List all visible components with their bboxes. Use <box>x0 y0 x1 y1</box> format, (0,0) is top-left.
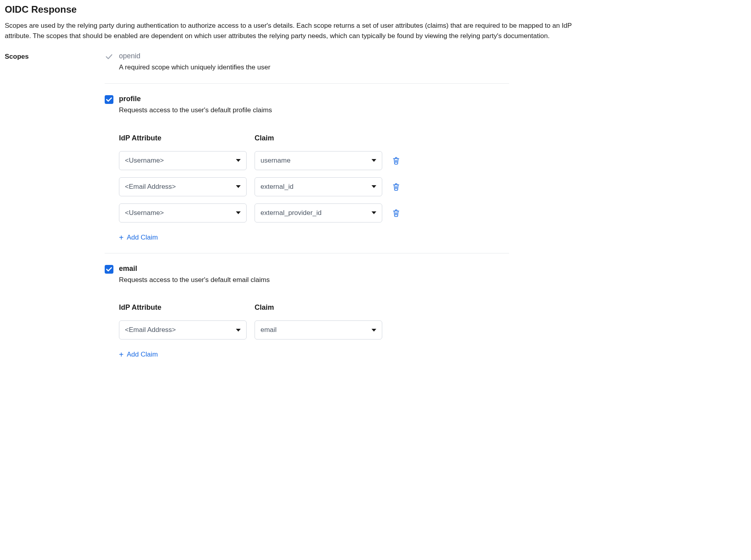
claim-row: <Username> username <box>119 151 509 170</box>
delete-claim-button[interactable] <box>390 180 402 193</box>
scope-profile: profile Requests access to the user's de… <box>105 95 509 253</box>
claim-select[interactable]: email <box>255 320 382 339</box>
add-claim-button[interactable]: + Add Claim <box>119 234 158 242</box>
page-description: Scopes are used by the relying party dur… <box>5 21 592 41</box>
chevron-down-icon <box>372 211 376 214</box>
select-value: username <box>261 157 291 165</box>
check-icon <box>105 52 113 61</box>
scope-email: email Requests access to the user's defa… <box>105 265 509 359</box>
chevron-down-icon <box>372 185 376 188</box>
scope-profile-desc: Requests access to the user's default pr… <box>119 105 509 115</box>
claim-header: Claim <box>255 134 382 142</box>
select-value: <Username> <box>125 157 164 165</box>
add-claim-label: Add Claim <box>127 234 158 242</box>
checkbox-email[interactable] <box>105 265 113 274</box>
claim-select[interactable]: external_provider_id <box>255 203 382 222</box>
scopes-content: openid A required scope which uniquely i… <box>105 52 509 359</box>
claim-row: <Email Address> external_id <box>119 177 509 196</box>
trash-icon <box>393 183 400 191</box>
add-claim-label: Add Claim <box>127 351 158 359</box>
select-value: email <box>261 326 277 334</box>
idp-attribute-select[interactable]: <Email Address> <box>119 320 247 339</box>
claim-select[interactable]: external_id <box>255 177 382 196</box>
email-claims-area: IdP Attribute Claim <Email Address> emai… <box>119 303 509 359</box>
select-value: <Username> <box>125 209 164 217</box>
trash-icon <box>393 209 400 217</box>
idp-attribute-select[interactable]: <Username> <box>119 203 247 222</box>
idp-attribute-select[interactable]: <Username> <box>119 151 247 170</box>
select-value: <Email Address> <box>125 183 176 191</box>
scopes-row: Scopes openid A required scope which uni… <box>5 52 746 359</box>
claim-select[interactable]: username <box>255 151 382 170</box>
chevron-down-icon <box>236 185 241 188</box>
chevron-down-icon <box>372 329 376 332</box>
scope-openid: openid A required scope which uniquely i… <box>105 52 509 84</box>
profile-claims-area: IdP Attribute Claim <Username> username <box>119 134 509 242</box>
delete-claim-button[interactable] <box>390 154 402 167</box>
claim-header: Claim <box>255 303 382 312</box>
select-value: external_provider_id <box>261 209 322 217</box>
scope-openid-title: openid <box>119 52 270 60</box>
select-value: <Email Address> <box>125 326 176 334</box>
delete-claim-button[interactable] <box>390 207 402 219</box>
page-title: OIDC Response <box>5 4 746 15</box>
trash-icon <box>393 157 400 165</box>
chevron-down-icon <box>372 159 376 162</box>
idp-attribute-header: IdP Attribute <box>119 134 247 142</box>
svg-rect-1 <box>105 265 113 274</box>
chevron-down-icon <box>236 329 241 332</box>
scope-email-title: email <box>119 265 509 273</box>
chevron-down-icon <box>236 159 241 162</box>
add-claim-button[interactable]: + Add Claim <box>119 351 158 359</box>
scopes-label: Scopes <box>5 52 105 61</box>
plus-icon: + <box>119 351 124 359</box>
svg-rect-0 <box>105 95 113 104</box>
scope-openid-desc: A required scope which uniquely identifi… <box>119 63 270 72</box>
idp-attribute-select[interactable]: <Email Address> <box>119 177 247 196</box>
claim-row: <Email Address> email <box>119 320 509 339</box>
idp-attribute-header: IdP Attribute <box>119 303 247 312</box>
select-value: external_id <box>261 183 293 191</box>
scope-profile-title: profile <box>119 95 509 103</box>
chevron-down-icon <box>236 211 241 214</box>
plus-icon: + <box>119 234 124 242</box>
checkbox-profile[interactable] <box>105 95 113 104</box>
claim-row: <Username> external_provider_id <box>119 203 509 222</box>
scope-email-desc: Requests access to the user's default em… <box>119 275 509 285</box>
